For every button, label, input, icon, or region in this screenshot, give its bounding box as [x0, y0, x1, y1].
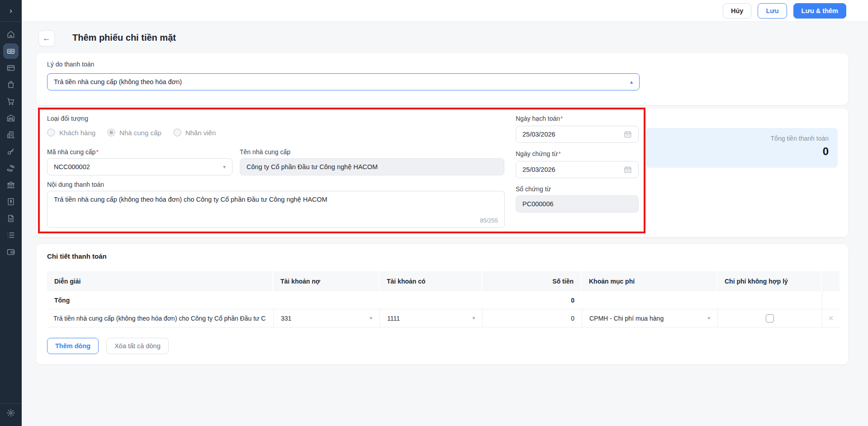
document-date-input[interactable]: 25/03/2026: [516, 161, 639, 178]
sidebar-item-office-building[interactable]: [0, 126, 22, 143]
row-non-deductible-cell: [717, 309, 822, 327]
sidebar-item-invoice-dollar[interactable]: [0, 193, 22, 210]
payment-reason-label: Lý do thanh toán: [47, 61, 94, 68]
sidebar-item-settings[interactable]: [0, 405, 22, 422]
total-row-amount: 0: [482, 291, 582, 309]
total-amount-value: 0: [655, 145, 829, 158]
required-asterisk: *: [558, 150, 560, 157]
payment-reason-card: Lý do thanh toán Trả tiền nhà cung cấp (…: [36, 53, 848, 105]
radio-circle-icon: [173, 128, 181, 137]
document-number-value: PC000006: [522, 200, 554, 208]
sidebar-item-document[interactable]: [0, 210, 22, 227]
calendar-icon: [624, 166, 632, 174]
sidebar-item-shopping-cart[interactable]: [0, 93, 22, 109]
sidebar-item-cash[interactable]: [0, 43, 22, 59]
table-total-row: Tổng 0: [47, 291, 840, 309]
caret-up-icon: ▴: [630, 79, 633, 85]
posting-date-input[interactable]: 25/03/2026: [516, 126, 639, 143]
document-number-label: Số chứng từ: [516, 185, 551, 193]
hand-coins-icon: [3, 161, 19, 176]
row-amount-cell[interactable]: 0: [482, 309, 582, 327]
sidebar-item-wallet[interactable]: [0, 243, 22, 260]
sidebar-item-credit-card[interactable]: [0, 59, 22, 76]
cancel-button[interactable]: Hủy: [723, 3, 751, 19]
invoice-dollar-icon: [3, 194, 19, 209]
row-debit-account-select[interactable]: 331 ▾: [273, 309, 379, 327]
col-description: Diễn giải: [47, 271, 273, 291]
clear-rows-button[interactable]: Xóa tất cả dòng: [106, 338, 169, 354]
posting-date-label: Ngày hạch toán*: [516, 115, 563, 122]
supplier-name-value: Công ty Cổ phần Đầu tư Công nghệ HACOM: [247, 163, 378, 170]
bank-icon: [3, 177, 19, 193]
row-expense-category-select[interactable]: CPMH - Chi phí mua hàng ▾: [582, 309, 717, 327]
sidebar-divider: [0, 403, 22, 404]
document-date-label: Ngày chứng từ*: [516, 150, 561, 157]
supplier-code-value: NCC000002: [54, 163, 90, 170]
col-actions: [822, 271, 840, 291]
detail-table: Diễn giải Tài khoản nợ Tài khoản có Số t…: [47, 271, 840, 327]
caret-down-icon: ▾: [472, 315, 475, 321]
sidebar-nav: [0, 22, 22, 260]
payment-content-textarea[interactable]: Trả tiền nhà cung cấp (không theo hóa đơ…: [47, 191, 505, 228]
total-amount-label: Tổng tiền thanh toán: [655, 135, 829, 142]
document-icon: [3, 211, 19, 226]
save-and-add-button[interactable]: Lưu & thêm: [793, 3, 846, 19]
object-type-label: Loại đối tượng: [47, 115, 88, 122]
wallet-icon: [3, 244, 19, 260]
sidebar: ›: [0, 0, 22, 426]
main-content: ← Thêm phiếu chi tiền mặt Lý do thanh to…: [22, 22, 868, 426]
caret-down-icon: ▾: [223, 164, 226, 170]
document-number-field: PC000006: [516, 195, 639, 213]
col-expense-category: Khoản mục phí: [582, 271, 717, 291]
back-button[interactable]: ←: [38, 30, 55, 47]
cash-icon: [3, 43, 19, 59]
key-icon: [3, 144, 19, 159]
total-row-label: Tổng: [47, 291, 273, 309]
table-row: Trả tiền nhà cung cấp (không theo hóa đơ…: [47, 309, 840, 327]
sidebar-item-shopping-bag[interactable]: [0, 76, 22, 93]
sidebar-collapse-button[interactable]: ›: [0, 0, 22, 22]
row-credit-account-select[interactable]: 1111 ▾: [379, 309, 482, 327]
back-arrow-icon: ←: [43, 34, 51, 43]
gear-icon: [6, 408, 15, 419]
radio-circle-icon: [47, 128, 55, 137]
sidebar-item-list[interactable]: [0, 227, 22, 243]
required-asterisk: *: [96, 148, 98, 156]
sidebar-item-key[interactable]: [0, 143, 22, 160]
caret-down-icon: ▾: [707, 315, 710, 321]
object-type-radio-group: Khách hàng Nhà cung cấp Nhân viên: [47, 128, 216, 137]
payment-reason-select[interactable]: Trả tiền nhà cung cấp (không theo hóa đơ…: [47, 73, 640, 90]
list-icon: [3, 227, 19, 243]
voucher-info-card: Loại đối tượng Khách hàng Nhà cung cấp N…: [36, 109, 848, 237]
payment-content-value: Trả tiền nhà cung cấp (không theo hóa đơ…: [54, 196, 327, 203]
row-actions-cell: ✕: [822, 309, 840, 327]
radio-circle-selected-icon: [107, 128, 115, 137]
posting-date-value: 25/03/2026: [522, 131, 555, 138]
shopping-cart-icon: [3, 94, 19, 109]
non-deductible-checkbox[interactable]: [766, 314, 774, 322]
radio-employee: Nhân viên: [173, 128, 216, 137]
sidebar-item-hand-coins[interactable]: [0, 160, 22, 176]
document-date-value: 25/03/2026: [522, 166, 555, 173]
delete-row-icon[interactable]: ✕: [828, 314, 834, 322]
sidebar-item-home[interactable]: [0, 26, 22, 43]
home-icon: [3, 27, 19, 42]
sidebar-item-warehouse[interactable]: [0, 109, 22, 126]
radio-supplier: Nhà cung cấp: [107, 128, 161, 137]
credit-card-icon: [3, 60, 19, 76]
add-row-button[interactable]: Thêm dòng: [47, 338, 99, 354]
caret-down-icon: ▾: [370, 315, 372, 321]
supplier-code-label: Mã nhà cung cấp*: [47, 148, 99, 156]
save-button[interactable]: Lưu: [758, 3, 787, 19]
col-credit-account: Tài khoản có: [379, 271, 482, 291]
sidebar-item-bank[interactable]: [0, 176, 22, 193]
required-asterisk: *: [560, 115, 563, 122]
col-amount: Số tiền: [482, 271, 582, 291]
char-counter: 85/255: [480, 217, 498, 224]
supplier-code-select[interactable]: NCC000002 ▾: [47, 158, 232, 175]
page-title: Thêm phiếu chi tiền mặt: [72, 33, 176, 43]
radio-customer: Khách hàng: [47, 128, 95, 137]
payment-content-label: Nội dung thanh toán: [47, 181, 104, 188]
row-description-cell[interactable]: Trả tiền nhà cung cấp (không theo hóa đơ…: [47, 309, 273, 327]
total-amount-panel: Tổng tiền thanh toán 0: [646, 128, 838, 168]
